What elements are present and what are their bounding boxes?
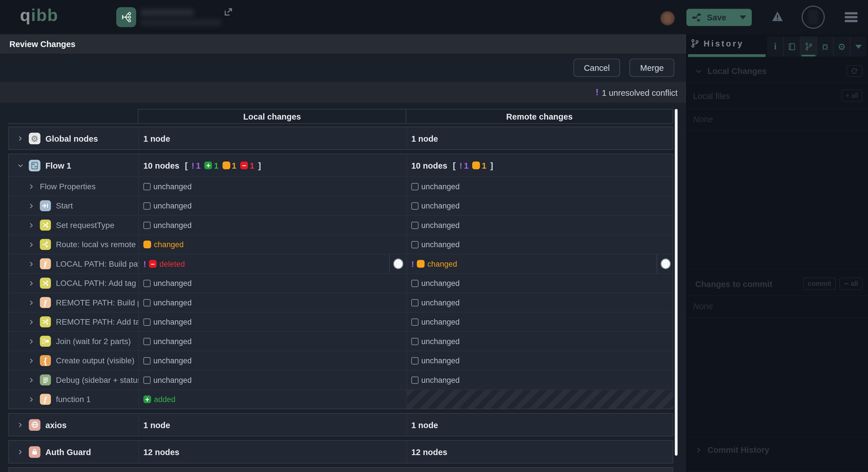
commit-history-section[interactable]: Commit History: [687, 437, 868, 455]
chevron-right-icon[interactable]: [695, 446, 702, 453]
chevron-right-icon[interactable]: [28, 202, 35, 209]
chevron-right-icon[interactable]: [28, 318, 35, 326]
chevron-right-icon[interactable]: [28, 299, 35, 306]
refresh-button[interactable]: [846, 65, 863, 77]
chevron-right-icon[interactable]: [28, 357, 35, 364]
remote-changes-column-header: Remote changes: [406, 109, 673, 123]
status-label: unchanged: [422, 201, 460, 210]
workspace-avatar[interactable]: [660, 11, 675, 26]
menu-icon[interactable]: [845, 12, 857, 24]
sidebar-tab-library[interactable]: [783, 36, 800, 56]
diff-group-auth-guard: Auth Guard12 nodes12 nodes: [8, 440, 673, 463]
sidebar-tab-more[interactable]: [849, 36, 866, 56]
node-row[interactable]: {Create output (visible)unchangedunchang…: [9, 351, 673, 370]
group-row[interactable]: Auth Guard12 nodes12 nodes: [9, 441, 673, 463]
node-label: LOCAL PATH: Build payload: [56, 259, 138, 268]
chevron-right-icon[interactable]: [17, 448, 24, 456]
chevron-right-icon[interactable]: [28, 376, 35, 383]
debug-node-icon: [40, 374, 51, 386]
sidebar-tabs: i⚙: [767, 36, 866, 56]
node-row[interactable]: Join (wait for 2 parts)unchangedunchange…: [9, 331, 673, 350]
qibb-logo[interactable]: qibb: [20, 5, 58, 25]
status-label: added: [154, 395, 175, 404]
add-all-button[interactable]: + all: [841, 90, 863, 102]
template-node-icon: {: [40, 355, 51, 366]
added-icon: +: [143, 396, 151, 403]
node-row[interactable]: Startunchangedunchanged: [9, 196, 673, 215]
app-title-redacted: [141, 9, 194, 16]
conflict-radio[interactable]: [661, 259, 670, 268]
unchanged-checkbox-icon: [411, 222, 418, 229]
local-status-cell: unchanged: [138, 177, 406, 196]
commit-button[interactable]: commit: [803, 278, 836, 290]
cancel-button[interactable]: Cancel: [574, 59, 620, 77]
chevron-right-icon[interactable]: [28, 396, 35, 403]
local-status-cell: unchanged: [138, 351, 406, 370]
save-label: Save: [707, 12, 726, 22]
diff-table-area: Local changes Remote changes ⚙Global nod…: [0, 103, 686, 472]
chevron-right-icon[interactable]: [17, 421, 24, 429]
save-dropdown-caret-icon[interactable]: [740, 15, 746, 19]
flow-app-button[interactable]: [116, 7, 136, 27]
chevron-right-icon[interactable]: [28, 338, 35, 345]
node-count: 10 nodes: [411, 161, 447, 170]
node-row[interactable]: ƒREMOTE PATH: Build payloadunchangedunch…: [9, 293, 673, 312]
status-label: unchanged: [422, 221, 460, 229]
function-node-icon: ƒ: [40, 258, 51, 270]
chevron-right-icon[interactable]: [28, 279, 35, 287]
change-node-icon: [40, 316, 51, 328]
unchanged-checkbox-icon: [411, 318, 418, 326]
chevron-right-icon[interactable]: [28, 241, 35, 248]
http-node-icon: [29, 419, 40, 430]
changes-to-commit-title: Changes to commit: [695, 279, 772, 289]
node-count: 1 node: [143, 134, 170, 143]
group-row[interactable]: axios1 node1 node: [9, 414, 673, 436]
sidebar-tab-debug[interactable]: [817, 36, 833, 56]
chevron-right-icon[interactable]: [28, 222, 35, 229]
conflict-radio[interactable]: [394, 259, 402, 268]
group-row[interactable]: Flow 110 nodes[!1+11−1]10 nodes[!11]: [9, 154, 673, 176]
user-avatar[interactable]: [802, 5, 825, 29]
local-changes-section-header[interactable]: Local Changes: [687, 58, 868, 82]
merge-button[interactable]: Merge: [630, 59, 674, 77]
chevron-right-icon[interactable]: [28, 183, 35, 190]
unchanged-checkbox-icon: [411, 241, 418, 248]
chevron-down-icon[interactable]: [695, 68, 702, 74]
remote-status-cell: unchanged: [406, 235, 674, 254]
remove-all-button[interactable]: all: [839, 278, 863, 290]
sidebar-content: Local Changes Local files + all None Cha…: [687, 58, 868, 318]
local-status-cell: +added: [138, 390, 406, 409]
node-row[interactable]: Flow Propertiesunchangedunchanged: [9, 176, 673, 196]
chevron-right-icon[interactable]: [17, 135, 24, 142]
remote-status-cell: unchanged: [406, 274, 674, 293]
node-label: Start: [56, 201, 73, 210]
caret-down-icon: [855, 44, 862, 48]
node-row[interactable]: ƒfunction 1+added: [9, 390, 673, 409]
unchanged-checkbox-icon: [411, 357, 418, 364]
chevron-down-icon[interactable]: [17, 162, 24, 168]
remote-status-cell: unchanged: [406, 332, 674, 351]
node-row[interactable]: Debug (sidebar + status)unchangedunchang…: [9, 370, 673, 389]
sidebar-tab-history[interactable]: [800, 36, 817, 56]
sidebar-tab-info[interactable]: i: [767, 36, 783, 56]
group-row[interactable]: ⚙Global nodes1 node1 node: [9, 127, 673, 149]
lock-node-icon: [29, 446, 40, 458]
table-scrollbar[interactable]: [675, 109, 678, 456]
diff-group-axios: axios1 node1 node: [8, 413, 673, 436]
node-row[interactable]: LOCAL PATH: Add tagunchangedunchanged: [9, 273, 673, 293]
unchanged-checkbox-icon: [411, 299, 418, 306]
node-row[interactable]: REMOTE PATH: Add tagunchangedunchanged: [9, 312, 673, 332]
chevron-right-icon[interactable]: [28, 260, 35, 267]
unchanged-checkbox-icon: [411, 202, 418, 209]
node-count: 12 nodes: [143, 447, 179, 457]
dialog-header: Review Changes: [0, 34, 686, 54]
sidebar-tab-settings[interactable]: ⚙: [833, 36, 849, 56]
node-label: Debug (sidebar + status): [56, 375, 138, 384]
external-link-icon[interactable]: [224, 7, 233, 16]
warning-icon[interactable]: [772, 11, 783, 22]
node-row[interactable]: ƒLOCAL PATH: Build payload!−deleted!chan…: [9, 254, 673, 273]
status-label: unchanged: [153, 317, 192, 326]
save-button[interactable]: Save: [686, 9, 752, 26]
node-row[interactable]: Set requestTypeunchangedunchanged: [9, 215, 673, 234]
node-row[interactable]: Route: local vs remotechangedunchanged: [9, 235, 673, 254]
